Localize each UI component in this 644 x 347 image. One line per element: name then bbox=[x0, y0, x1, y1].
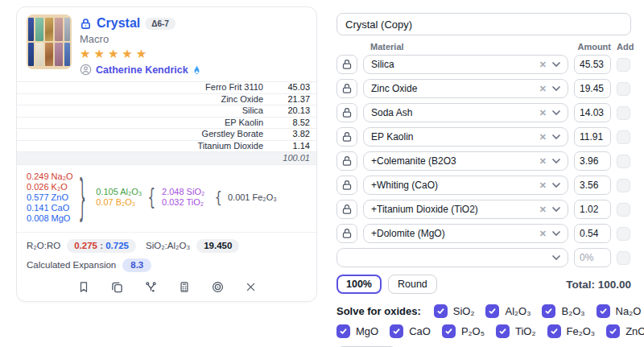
unlock-icon[interactable] bbox=[336, 176, 357, 195]
clear-icon[interactable] bbox=[539, 204, 547, 215]
unlock-icon[interactable] bbox=[336, 79, 357, 98]
calculator-icon[interactable] bbox=[179, 281, 190, 293]
oxide-checkbox-tio2[interactable]: TiO₂ bbox=[496, 324, 536, 338]
add-checkbox[interactable] bbox=[617, 203, 630, 217]
amount-input[interactable] bbox=[574, 127, 611, 147]
add-checkbox[interactable] bbox=[617, 155, 630, 168]
clear-icon[interactable] bbox=[539, 132, 547, 143]
chevron-down-icon[interactable] bbox=[552, 183, 560, 188]
material-select[interactable]: Silica bbox=[363, 55, 568, 74]
retotal-100-button[interactable]: 100% bbox=[336, 275, 382, 294]
clear-icon[interactable] bbox=[539, 108, 547, 118]
oxide-label: SiO₂ bbox=[453, 305, 475, 317]
author-name: Catherine Kendrick bbox=[96, 64, 188, 76]
amount-input[interactable] bbox=[574, 200, 611, 219]
material-name: Titanium Dioxide bbox=[27, 142, 263, 151]
chevron-down-icon[interactable] bbox=[552, 134, 560, 139]
oxide-checkbox-fe2o3[interactable]: Fe₂O₃ bbox=[547, 324, 596, 338]
oxide-checkbox-zno[interactable]: ZnO bbox=[606, 324, 644, 338]
recipe-editor-panel: Material Amount Add Silica Zinc Oxide bbox=[335, 0, 634, 347]
amount-input[interactable] bbox=[574, 151, 611, 171]
target-icon[interactable] bbox=[212, 281, 224, 293]
material-name: Zinc Oxide bbox=[27, 95, 263, 105]
oxide-checkbox-p2o5[interactable]: P₂O₅ bbox=[442, 324, 485, 338]
ro-value: 0.725 bbox=[105, 241, 129, 250]
r2o-value: 0.275 bbox=[74, 241, 97, 250]
oxide-label: TiO₂ bbox=[515, 325, 536, 337]
unlock-icon[interactable] bbox=[336, 55, 357, 74]
unlock-icon[interactable] bbox=[336, 224, 357, 243]
amount-input[interactable] bbox=[574, 248, 611, 267]
glaze-tile bbox=[64, 43, 70, 66]
add-checkbox[interactable] bbox=[617, 179, 630, 192]
material-select[interactable]: Soda Ash bbox=[363, 103, 568, 122]
chevron-down-icon[interactable] bbox=[552, 231, 560, 236]
clear-icon[interactable] bbox=[539, 84, 547, 94]
chevron-down-icon[interactable] bbox=[552, 86, 560, 91]
umf-value: 0.008 MgO bbox=[27, 213, 72, 224]
umf-flux-column: 0.249 Na₂O 0.026 K₂O 0.577 ZnO 0.141 CaO… bbox=[27, 171, 72, 224]
add-checkbox[interactable] bbox=[617, 130, 630, 144]
amount-input[interactable] bbox=[574, 79, 611, 98]
amount-input[interactable] bbox=[574, 176, 611, 195]
bookmark-icon[interactable] bbox=[78, 281, 89, 293]
add-checkbox[interactable] bbox=[617, 82, 630, 96]
copy-icon[interactable] bbox=[111, 281, 123, 293]
oxide-checkbox-mgo[interactable]: MgO bbox=[336, 324, 378, 338]
glaze-tile bbox=[64, 18, 70, 41]
oxide-checkbox-sio2[interactable]: SiO₂ bbox=[434, 304, 475, 318]
material-row: Zinc Oxide bbox=[336, 79, 631, 98]
unlock-icon[interactable] bbox=[336, 127, 357, 147]
material-select[interactable]: +Dolomite (MgO) bbox=[363, 224, 568, 243]
material-select[interactable]: +Colemanite (B2O3 bbox=[363, 151, 568, 171]
material-select[interactable] bbox=[336, 248, 568, 267]
clear-icon[interactable] bbox=[539, 156, 547, 167]
amount-input[interactable] bbox=[574, 103, 611, 122]
clear-icon[interactable] bbox=[539, 60, 547, 70]
recipe-title[interactable]: Crystal bbox=[97, 16, 140, 31]
chevron-down-icon[interactable] bbox=[552, 207, 560, 212]
material-name: Silica bbox=[27, 106, 263, 116]
add-checkbox[interactable] bbox=[617, 106, 630, 120]
glaze-tile bbox=[55, 43, 63, 66]
material-name: Ferro Frit 3110 bbox=[27, 83, 263, 93]
add-checkbox[interactable] bbox=[617, 227, 630, 241]
clear-icon[interactable] bbox=[539, 229, 547, 239]
umf-glass-column: 2.048 SiO₂ 0.032 TiO₂ bbox=[162, 187, 204, 208]
unlock-icon[interactable] bbox=[336, 103, 357, 122]
clear-icon[interactable] bbox=[539, 180, 547, 191]
amount-input[interactable] bbox=[574, 55, 611, 74]
add-checkbox[interactable] bbox=[617, 251, 630, 265]
chevron-down-icon[interactable] bbox=[552, 62, 560, 67]
expansion-pill: 8.3 bbox=[122, 258, 151, 272]
material-select[interactable]: EP Kaolin bbox=[363, 127, 568, 147]
oxide-checkbox-cao[interactable]: CaO bbox=[390, 324, 431, 338]
material-select[interactable]: Zinc Oxide bbox=[363, 79, 568, 98]
add-checkbox[interactable] bbox=[617, 58, 630, 72]
recipe-photo[interactable] bbox=[27, 14, 72, 69]
chevron-down-icon[interactable] bbox=[552, 255, 560, 260]
table-row: EP Kaolin 8.52 bbox=[17, 117, 316, 129]
material-name: Gerstley Borate bbox=[27, 130, 263, 139]
chevron-down-icon[interactable] bbox=[552, 110, 560, 115]
unlock-icon[interactable] bbox=[336, 151, 357, 171]
material-select-value: Zinc Oxide bbox=[371, 83, 539, 94]
molecule-icon[interactable] bbox=[145, 281, 157, 293]
author-link[interactable]: Catherine Kendrick bbox=[80, 64, 201, 76]
recipe-name-input[interactable] bbox=[336, 13, 631, 35]
material-row: +Dolomite (MgO) bbox=[336, 224, 631, 243]
amount-input[interactable] bbox=[574, 224, 611, 243]
material-select[interactable]: +Titanium Dioxide (TiO2) bbox=[363, 200, 568, 219]
chevron-down-icon[interactable] bbox=[552, 159, 560, 163]
si-al-pill: 19.450 bbox=[196, 239, 239, 253]
unlock-icon[interactable] bbox=[336, 200, 357, 219]
glaze-tile bbox=[28, 43, 34, 66]
close-icon[interactable] bbox=[246, 281, 256, 293]
oxide-checkbox-al2o3[interactable]: Al₂O₃ bbox=[485, 304, 530, 318]
oxide-checkbox-b2o3[interactable]: B₂O₃ bbox=[542, 304, 584, 318]
oxide-checkbox-na2o[interactable]: Na₂O bbox=[597, 304, 642, 318]
round-button[interactable]: Round bbox=[388, 275, 437, 294]
material-row: +Whiting (CaO) bbox=[336, 176, 631, 195]
material-select[interactable]: +Whiting (CaO) bbox=[363, 176, 568, 195]
table-row: Ferro Frit 3110 45.03 bbox=[17, 81, 316, 93]
